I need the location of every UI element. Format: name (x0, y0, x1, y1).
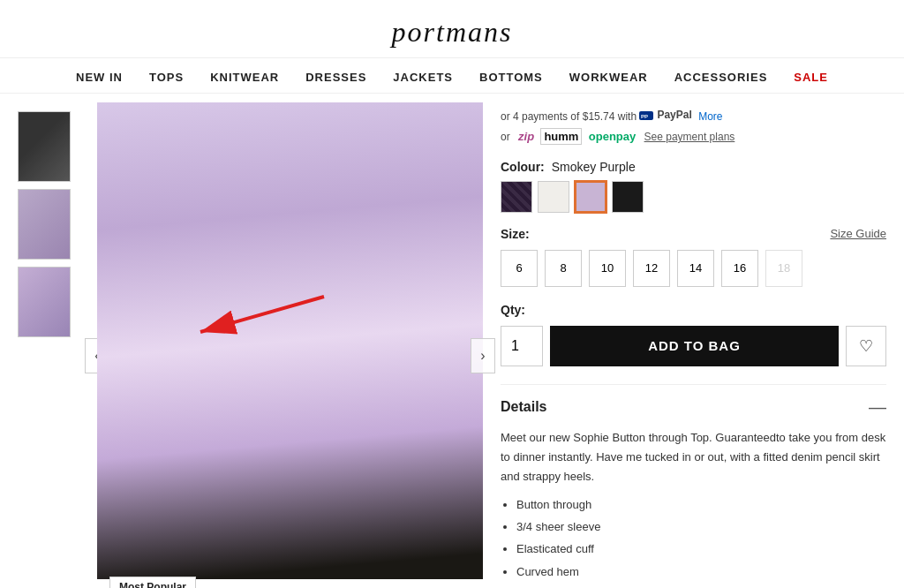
openpay-badge: openpay (589, 130, 636, 143)
paypal-label: PayPal (657, 106, 691, 125)
nav-item-sale[interactable]: SALE (794, 71, 828, 84)
size-16[interactable]: 16 (721, 250, 758, 287)
bullet-4: Curved hem (516, 562, 886, 582)
swatch-print[interactable] (501, 181, 532, 213)
size-14[interactable]: 14 (677, 250, 714, 287)
nav-item-bottoms[interactable]: BOTTOMS (479, 71, 543, 84)
swatch-white[interactable] (538, 181, 569, 213)
main-image-container: ‹ Most Popular › (97, 102, 483, 588)
qty-input[interactable] (501, 326, 543, 366)
add-to-bag-button[interactable]: ADD TO BAG (550, 326, 839, 366)
details-bullets: Button through 3/4 sheer sleeve Elastica… (516, 495, 886, 581)
colour-section: Colour: Smokey Purple (501, 160, 886, 213)
see-plans-link[interactable]: See payment plans (644, 131, 735, 143)
swatch-black[interactable] (612, 181, 644, 213)
payment-info: or 4 payments of $15.74 with PP PayPal M… (501, 106, 886, 147)
details-toggle: — (869, 397, 886, 418)
paypal-icon: PP (639, 111, 653, 120)
thumbnail-list (18, 102, 79, 588)
nav-item-tops[interactable]: TOPS (149, 71, 184, 84)
bullet-1: Button through (516, 495, 886, 515)
size-section: Size: Size Guide 6 8 10 12 14 16 18 (501, 227, 886, 287)
colour-name: Smokey Purple (552, 160, 636, 174)
nav-item-new-in[interactable]: NEW IN (76, 71, 123, 84)
svg-text:PP: PP (641, 114, 648, 119)
wishlist-button[interactable]: ♡ (846, 326, 886, 366)
main-content: ‹ Most Popular › or 4 payments of $15.74… (0, 94, 904, 588)
humm-badge: humm (540, 128, 582, 145)
swatch-purple[interactable] (575, 181, 606, 213)
nav-item-dresses[interactable]: DRESSES (305, 71, 366, 84)
site-header: portmans NEW IN TOPS KNITWEAR DRESSES JA… (0, 0, 904, 94)
thumbnail-2[interactable] (18, 189, 71, 260)
size-grid: 6 8 10 12 14 16 18 (501, 250, 886, 287)
nav-item-jackets[interactable]: JACKETS (393, 71, 453, 84)
nav-item-knitwear[interactable]: KNITWEAR (210, 71, 279, 84)
product-image (97, 102, 483, 579)
more-link[interactable]: More (698, 110, 722, 123)
size-12[interactable]: 12 (633, 250, 670, 287)
size-10[interactable]: 10 (589, 250, 626, 287)
nav-item-accessories[interactable]: ACCESSORIES (674, 71, 768, 84)
most-popular-badge: Most Popular (109, 577, 196, 588)
size-18[interactable]: 18 (765, 250, 802, 287)
size-label: Size: (501, 227, 530, 241)
product-details-panel: or 4 payments of $15.74 with PP PayPal M… (501, 102, 886, 588)
nav-item-workwear[interactable]: WORKWEAR (569, 71, 648, 84)
bullet-2: 3/4 sheer sleeve (516, 517, 886, 537)
main-nav: NEW IN TOPS KNITWEAR DRESSES JACKETS BOT… (0, 58, 904, 94)
bullet-3: Elasticated cuff (516, 539, 886, 559)
size-guide-link[interactable]: Size Guide (830, 227, 886, 240)
details-body: Meet our new Sophie Button through Top. … (501, 428, 886, 588)
next-image-button[interactable]: › (471, 338, 495, 373)
qty-section: Qty: ADD TO BAG ♡ (501, 303, 886, 366)
thumbnail-1[interactable] (18, 111, 71, 182)
size-6[interactable]: 6 (501, 250, 538, 287)
details-section: Details — Meet our new Sophie Button thr… (501, 384, 886, 588)
heart-icon: ♡ (859, 336, 873, 356)
thumbnail-3[interactable] (18, 267, 71, 337)
details-description: Meet our new Sophie Button through Top. … (501, 428, 886, 486)
colour-label: Colour: (501, 160, 545, 174)
colour-swatches (501, 181, 886, 213)
details-title: Details (501, 399, 546, 415)
zip-badge: zip (518, 130, 534, 143)
payment-line1: or 4 payments of $15.74 with (501, 110, 637, 123)
qty-label: Qty: (501, 303, 886, 317)
size-8[interactable]: 8 (545, 250, 582, 287)
site-logo: portmans (0, 16, 904, 49)
details-header[interactable]: Details — (501, 397, 886, 418)
